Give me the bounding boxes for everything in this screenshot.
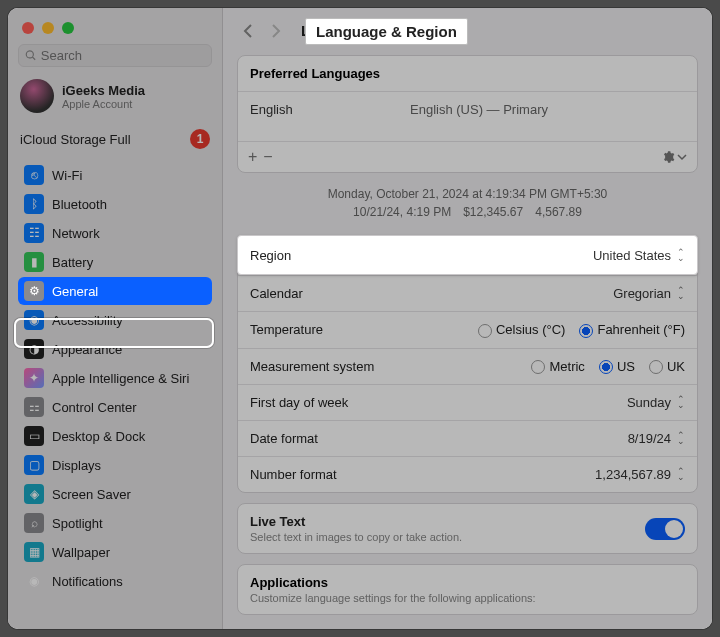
sidebar-item-appearance[interactable]: ◑Appearance bbox=[18, 335, 212, 363]
region-value: United States bbox=[593, 248, 671, 263]
chevron-down-icon bbox=[677, 152, 687, 162]
appearance-icon: ◑ bbox=[24, 339, 44, 359]
account-row[interactable]: iGeeks Media Apple Account bbox=[18, 79, 212, 113]
highlight-region[interactable]: Region United States bbox=[237, 235, 698, 275]
first-day-label: First day of week bbox=[250, 395, 348, 410]
measurement-row: Measurement system Metric US UK bbox=[238, 348, 697, 385]
avatar bbox=[20, 79, 54, 113]
measure-uk-option[interactable]: UK bbox=[649, 359, 685, 375]
applications-sub: Customize language settings for the foll… bbox=[250, 592, 685, 604]
language-detail: English (US) — Primary bbox=[410, 102, 548, 117]
applications-title: Applications bbox=[250, 575, 685, 590]
search-input[interactable] bbox=[41, 48, 205, 63]
spotlight-icon: ⌕ bbox=[24, 513, 44, 533]
minimize-icon[interactable] bbox=[42, 22, 54, 34]
date-format-value: 8/19/24 bbox=[628, 431, 671, 446]
sidebar-item-label: Appearance bbox=[52, 342, 122, 357]
battery-icon: ▮ bbox=[24, 252, 44, 272]
sample-line-2: 10/21/24, 4:19 PM $12,345.67 4,567.89 bbox=[237, 203, 698, 221]
sidebar-item-label: General bbox=[52, 284, 98, 299]
sidebar-item-label: Screen Saver bbox=[52, 487, 131, 502]
network-icon: ☷ bbox=[24, 223, 44, 243]
sidebar-item-wallpaper[interactable]: ▦Wallpaper bbox=[18, 538, 212, 566]
close-icon[interactable] bbox=[22, 22, 34, 34]
control-center-icon: ⚏ bbox=[24, 397, 44, 417]
updown-icon bbox=[677, 431, 685, 446]
sidebar-item-desktop-dock[interactable]: ▭Desktop & Dock bbox=[18, 422, 212, 450]
sidebar-item-label: Accessibility bbox=[52, 313, 123, 328]
back-button[interactable] bbox=[237, 20, 259, 42]
measure-metric-option[interactable]: Metric bbox=[531, 359, 584, 375]
forward-button[interactable] bbox=[265, 20, 287, 42]
gear-icon: ⚙ bbox=[24, 281, 44, 301]
sidebar-item-bluetooth[interactable]: ᛒBluetooth bbox=[18, 190, 212, 218]
live-text-toggle[interactable] bbox=[645, 518, 685, 540]
updown-icon bbox=[677, 286, 685, 301]
search-icon bbox=[25, 49, 37, 62]
number-format-value: 1,234,567.89 bbox=[595, 467, 671, 482]
sidebar: iGeeks Media Apple Account iCloud Storag… bbox=[8, 8, 223, 629]
sidebar-item-network[interactable]: ☷Network bbox=[18, 219, 212, 247]
sidebar-item-control-center[interactable]: ⚏Control Center bbox=[18, 393, 212, 421]
measurement-label: Measurement system bbox=[250, 359, 374, 374]
notifications-icon: ◉ bbox=[24, 571, 44, 591]
sidebar-item-label: Bluetooth bbox=[52, 197, 107, 212]
sidebar-item-accessibility[interactable]: ◉Accessibility bbox=[18, 306, 212, 334]
language-row[interactable]: English English (US) — Primary bbox=[238, 92, 697, 141]
main-pane: Language & Region Preferred Languages En… bbox=[223, 8, 712, 629]
temp-celsius-option[interactable]: Celsius (°C) bbox=[478, 322, 565, 338]
account-name: iGeeks Media bbox=[62, 83, 145, 98]
number-format-row[interactable]: Number format 1,234,567.89 bbox=[238, 456, 697, 492]
wifi-icon: ⎋ bbox=[24, 165, 44, 185]
search-field[interactable] bbox=[18, 44, 212, 67]
sidebar-item-notifications[interactable]: ◉Notifications bbox=[18, 567, 212, 595]
add-language-button[interactable]: + bbox=[248, 148, 263, 165]
remove-language-button[interactable]: − bbox=[263, 148, 278, 165]
region-label: Region bbox=[250, 248, 291, 263]
language-name: English bbox=[250, 102, 410, 117]
sidebar-list: ⎋Wi-FiᛒBluetooth☷Network▮Battery⚙General… bbox=[18, 161, 212, 595]
live-text-panel: Live Text Select text in images to copy … bbox=[237, 503, 698, 554]
temp-fahrenheit-option[interactable]: Fahrenheit (°F) bbox=[579, 322, 685, 338]
date-format-row[interactable]: Date format 8/19/24 bbox=[238, 420, 697, 456]
sidebar-item-general[interactable]: ⚙General bbox=[18, 277, 212, 305]
displays-icon: ▢ bbox=[24, 455, 44, 475]
window-controls bbox=[18, 16, 212, 44]
number-format-label: Number format bbox=[250, 467, 337, 482]
updown-icon bbox=[677, 467, 685, 482]
sidebar-item-displays[interactable]: ▢Displays bbox=[18, 451, 212, 479]
first-day-row[interactable]: First day of week Sunday bbox=[238, 384, 697, 420]
sidebar-item-battery[interactable]: ▮Battery bbox=[18, 248, 212, 276]
sidebar-item-screen-saver[interactable]: ◈Screen Saver bbox=[18, 480, 212, 508]
calendar-row[interactable]: Calendar Gregorian bbox=[238, 275, 697, 311]
language-options-button[interactable] bbox=[661, 150, 687, 164]
storage-row[interactable]: iCloud Storage Full 1 bbox=[18, 127, 212, 161]
bluetooth-icon: ᛒ bbox=[24, 194, 44, 214]
sidebar-item-label: Battery bbox=[52, 255, 93, 270]
sidebar-item-apple-intelligence-siri[interactable]: ✦Apple Intelligence & Siri bbox=[18, 364, 212, 392]
sidebar-item-wi-fi[interactable]: ⎋Wi-Fi bbox=[18, 161, 212, 189]
sidebar-item-label: Wallpaper bbox=[52, 545, 110, 560]
measure-us-option[interactable]: US bbox=[599, 359, 635, 375]
sidebar-item-label: Notifications bbox=[52, 574, 123, 589]
updown-icon bbox=[677, 248, 685, 263]
temperature-row: Temperature Celsius (°C) Fahrenheit (°F) bbox=[238, 311, 697, 348]
region-settings-panel: Region United States Calendar Gregorian … bbox=[237, 239, 698, 493]
desktop-dock-icon: ▭ bbox=[24, 426, 44, 446]
sidebar-item-label: Spotlight bbox=[52, 516, 103, 531]
sidebar-item-spotlight[interactable]: ⌕Spotlight bbox=[18, 509, 212, 537]
preferred-languages-header: Preferred Languages bbox=[238, 56, 697, 92]
live-text-sub: Select text in images to copy or take ac… bbox=[250, 531, 462, 543]
gear-icon bbox=[661, 150, 675, 164]
sample-line-1: Monday, October 21, 2024 at 4:19:34 PM G… bbox=[237, 185, 698, 203]
sidebar-item-label: Network bbox=[52, 226, 100, 241]
sidebar-item-label: Desktop & Dock bbox=[52, 429, 145, 444]
screen-saver-icon: ◈ bbox=[24, 484, 44, 504]
storage-label: iCloud Storage Full bbox=[20, 132, 131, 147]
first-day-value: Sunday bbox=[627, 395, 671, 410]
maximize-icon[interactable] bbox=[62, 22, 74, 34]
siri-icon: ✦ bbox=[24, 368, 44, 388]
live-text-title: Live Text bbox=[250, 514, 462, 529]
date-format-label: Date format bbox=[250, 431, 318, 446]
wallpaper-icon: ▦ bbox=[24, 542, 44, 562]
